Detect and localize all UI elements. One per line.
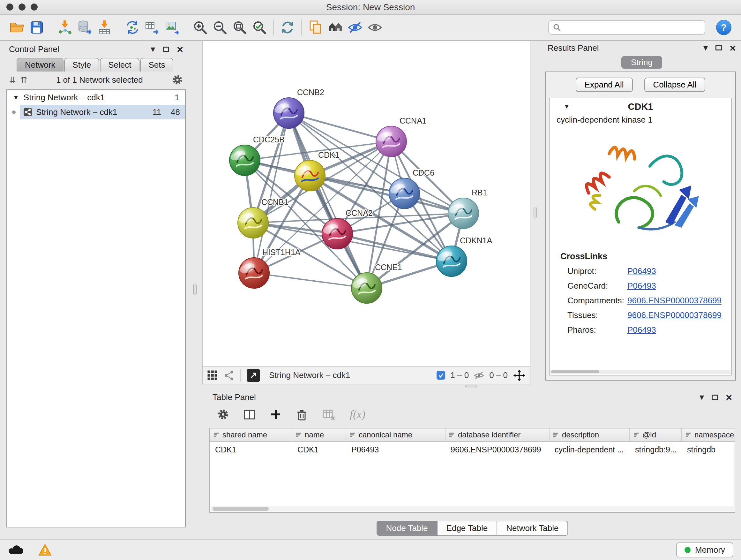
- column-header-description[interactable]: description: [549, 428, 630, 441]
- float-panel-icon[interactable]: [163, 47, 169, 52]
- network-tools-button[interactable]: [123, 17, 142, 38]
- help-button[interactable]: ?: [716, 20, 731, 35]
- network-edge-CCNB2-CCNE1[interactable]: [289, 113, 367, 288]
- network-node-CCNB1[interactable]: [238, 207, 268, 238]
- float-panel-icon[interactable]: [712, 395, 718, 400]
- collapse-all-icon[interactable]: ⇊: [9, 75, 16, 85]
- network-node-CDK1[interactable]: [294, 160, 325, 191]
- minimize-panel-icon[interactable]: ▾: [703, 44, 708, 52]
- hidden-eye-slash-icon[interactable]: [474, 370, 484, 381]
- delete-column-button[interactable]: [295, 408, 308, 421]
- network-row[interactable]: String Network – cdk1 11 48: [7, 105, 185, 119]
- table-horizontal-scrollbar[interactable]: [211, 506, 734, 511]
- minimize-panel-icon[interactable]: ▾: [151, 45, 155, 54]
- move-crosshair-icon[interactable]: [513, 369, 526, 382]
- tree-collapse-icon[interactable]: ▼: [13, 94, 19, 101]
- section-collapse-icon[interactable]: ▼: [563, 103, 570, 110]
- zoom-selected-button[interactable]: [250, 17, 269, 38]
- expand-all-icon[interactable]: ⇈: [20, 75, 27, 85]
- clone-network-button[interactable]: [142, 17, 162, 38]
- home-button[interactable]: [326, 17, 345, 38]
- network-node-CCNA1[interactable]: [376, 126, 407, 157]
- hide-selected-button[interactable]: [345, 17, 365, 38]
- birds-eye-view-icon[interactable]: [207, 370, 218, 381]
- open-in-window-button[interactable]: [247, 369, 260, 382]
- add-column-button[interactable]: [270, 409, 281, 420]
- open-documentation-button[interactable]: [306, 17, 326, 38]
- table-cell[interactable]: stringdb: [682, 445, 735, 454]
- crosslink-link[interactable]: P06493: [627, 266, 656, 276]
- tab-node-table[interactable]: Node Table: [377, 521, 437, 536]
- export-image-button[interactable]: [162, 17, 182, 38]
- scrollbar-thumb[interactable]: [212, 507, 269, 511]
- network-node-CCNA2[interactable]: [322, 219, 353, 249]
- network-collection-row[interactable]: ▼ String Network – cdk1 1: [7, 90, 185, 105]
- network-node-CCNE1[interactable]: [351, 273, 382, 303]
- column-header-name[interactable]: name: [292, 428, 346, 441]
- show-columns-button[interactable]: [243, 408, 256, 421]
- network-node-HIST1H1A[interactable]: [239, 258, 269, 288]
- show-all-button[interactable]: [365, 17, 385, 38]
- right-splitter-handle[interactable]: [534, 207, 537, 219]
- table-cell[interactable]: P06493: [346, 445, 446, 454]
- tab-network[interactable]: Network: [17, 58, 64, 71]
- memory-button[interactable]: Memory: [676, 543, 733, 557]
- network-canvas[interactable]: CCNB2CCNA1CDC25BCDK1CDC6RB1CCNB1CCNA2CDK…: [202, 41, 530, 367]
- tab-network-table[interactable]: Network Table: [497, 521, 568, 536]
- column-header-namespace[interactable]: namespace: [682, 428, 735, 441]
- table-cell[interactable]: CDK1: [292, 445, 346, 454]
- table-settings-button[interactable]: [217, 408, 229, 421]
- tab-string[interactable]: String: [621, 56, 662, 69]
- network-node-CCNB2[interactable]: [273, 98, 304, 128]
- bottom-splitter-handle[interactable]: [465, 385, 477, 388]
- zoom-out-button[interactable]: [210, 17, 230, 38]
- function-builder-button[interactable]: f(x): [350, 409, 366, 421]
- gear-icon[interactable]: [172, 74, 183, 85]
- crosslink-link[interactable]: P06493: [627, 325, 656, 335]
- results-horizontal-scrollbar[interactable]: [550, 370, 731, 374]
- cloud-icon[interactable]: [8, 544, 24, 556]
- collapse-all-button[interactable]: Collapse All: [644, 78, 705, 92]
- network-edge-HIST1H1A-CCNE1[interactable]: [254, 273, 367, 288]
- zoom-in-button[interactable]: [190, 17, 210, 38]
- import-network-database-button[interactable]: [75, 17, 94, 38]
- table-cell[interactable]: stringdb:9...: [630, 445, 682, 454]
- save-session-button[interactable]: [27, 17, 47, 38]
- table-cell[interactable]: CDK1: [210, 445, 292, 454]
- delete-table-button[interactable]: [322, 408, 336, 421]
- import-network-file-button[interactable]: [55, 17, 75, 38]
- expand-all-button[interactable]: Expand All: [576, 78, 633, 92]
- network-node-CDC25B[interactable]: [229, 145, 260, 176]
- tab-edge-table[interactable]: Edge Table: [437, 521, 497, 536]
- crosslink-link[interactable]: 9606.ENSP00000378699: [627, 310, 722, 320]
- table-cell[interactable]: cyclin-dependent ...: [549, 445, 630, 454]
- close-panel-icon[interactable]: ×: [726, 392, 732, 402]
- float-panel-icon[interactable]: [716, 45, 722, 51]
- import-table-file-button[interactable]: [94, 17, 114, 38]
- tab-style[interactable]: Style: [64, 58, 99, 71]
- scrollbar-thumb[interactable]: [551, 370, 599, 373]
- column-header--id[interactable]: @id: [630, 428, 682, 441]
- zoom-fit-button[interactable]: [230, 17, 250, 38]
- tab-sets[interactable]: Sets: [140, 58, 173, 71]
- network-node-CDC6[interactable]: [389, 178, 420, 209]
- column-header-database-identifier[interactable]: database identifier: [446, 428, 549, 441]
- close-panel-icon[interactable]: ×: [730, 43, 736, 53]
- close-panel-icon[interactable]: ×: [177, 44, 183, 55]
- search-input[interactable]: [563, 23, 701, 32]
- column-header-shared-name[interactable]: shared name: [210, 428, 292, 441]
- selected-checkbox-icon[interactable]: [436, 371, 445, 380]
- share-network-icon[interactable]: [224, 370, 234, 381]
- minimize-panel-icon[interactable]: ▾: [699, 393, 704, 401]
- warning-icon[interactable]: [38, 543, 52, 556]
- crosslink-link[interactable]: P06493: [627, 281, 656, 291]
- tab-select[interactable]: Select: [100, 58, 139, 71]
- table-row[interactable]: CDK1CDK1P064939606.ENSP00000378699cyclin…: [210, 442, 735, 457]
- left-splitter-handle[interactable]: [193, 284, 197, 295]
- network-node-RB1[interactable]: [448, 198, 479, 229]
- table-cell[interactable]: 9606.ENSP00000378699: [446, 445, 549, 454]
- crosslink-link[interactable]: 9606.ENSP00000378699: [627, 296, 722, 306]
- open-session-button[interactable]: [7, 17, 27, 38]
- protein-section-header[interactable]: ▼ CDK1: [549, 98, 731, 115]
- network-row-selected[interactable]: String Network – cdk1 11 48: [20, 105, 185, 119]
